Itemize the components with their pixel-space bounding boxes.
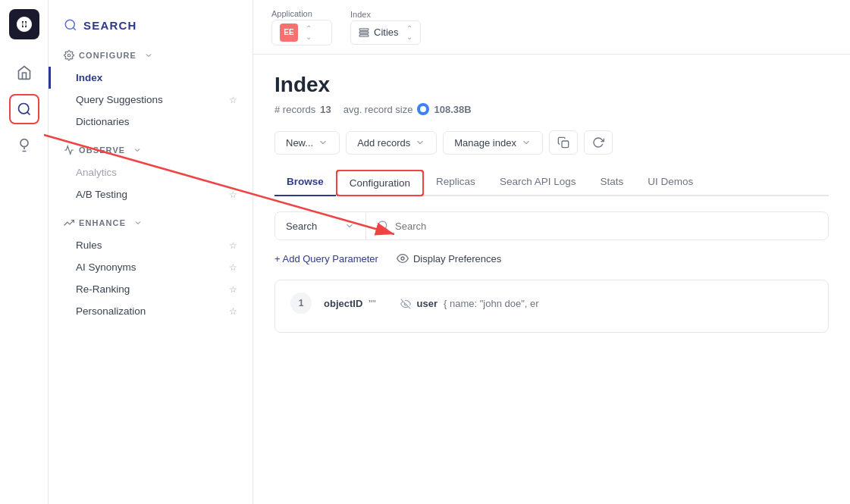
search-input[interactable] <box>395 221 817 232</box>
sidebar-item-dict-label: Dictionaries <box>76 116 130 127</box>
bulb-nav-item[interactable] <box>9 130 39 161</box>
gear-icon <box>64 50 74 61</box>
add-query-param-button[interactable]: + Add Query Parameter <box>274 253 378 265</box>
manage-index-label: Manage index <box>454 137 516 149</box>
star-icon[interactable]: ☆ <box>229 95 237 105</box>
observe-icon <box>64 145 74 155</box>
search-icon <box>377 220 389 232</box>
refresh-button[interactable] <box>584 130 613 155</box>
chevron-down-icon-observe <box>133 146 142 155</box>
field-object-id: objectID "" <box>324 298 376 309</box>
svg-point-12 <box>401 257 404 260</box>
page-title: Index <box>274 73 829 97</box>
app-chevron: ⌃⌄ <box>306 24 312 41</box>
observe-section: OBSERVE Analytics A/B Testing ☆ <box>49 139 252 205</box>
sidebar-item-rules[interactable]: Rules ☆ <box>49 234 252 256</box>
sidebar-item-analytics-label: Analytics <box>76 167 117 178</box>
search-nav-item[interactable] <box>9 94 39 124</box>
new-label: New... <box>286 137 313 149</box>
icon-rail <box>0 0 49 504</box>
tab-configuration[interactable]: Configuration <box>336 170 424 196</box>
index-label: Index <box>350 10 421 19</box>
add-records-label: Add records <box>357 137 410 149</box>
search-header-icon <box>64 18 77 32</box>
index-value: Cities <box>374 27 399 38</box>
svg-point-0 <box>22 22 27 27</box>
action-toolbar: New... Add records Manage index <box>274 130 829 155</box>
avg-label: avg. record size <box>343 104 413 115</box>
manage-index-button[interactable]: Manage index <box>443 131 543 155</box>
avg-value: 108.38B <box>434 104 471 115</box>
enhance-section-header[interactable]: ENHANCE <box>49 211 252 234</box>
copy-button[interactable] <box>549 130 578 155</box>
sidebar-item-index-label: Index <box>76 72 102 83</box>
tab-ui-demos[interactable]: UI Demos <box>635 170 705 196</box>
svg-rect-7 <box>359 31 369 33</box>
chevron-down-new <box>318 137 328 148</box>
field-user: user { name: "john doe", er <box>400 298 539 309</box>
home-nav-item[interactable] <box>9 58 39 88</box>
chevron-down-icon <box>144 51 153 60</box>
eye-off-icon <box>400 299 411 309</box>
star-icon-rules[interactable]: ☆ <box>229 240 237 251</box>
avg-meta: avg. record size 108.38B <box>343 103 472 115</box>
new-button[interactable]: New... <box>274 131 340 155</box>
sidebar-item-ab-testing[interactable]: A/B Testing ☆ <box>49 183 252 205</box>
add-records-button[interactable]: Add records <box>346 131 437 155</box>
sidebar-item-index[interactable]: Index <box>49 67 252 89</box>
enhance-label: ENHANCE <box>79 218 126 227</box>
tab-replicas[interactable]: Replicas <box>424 170 488 196</box>
checkmark-badge <box>417 103 429 115</box>
sidebar-item-ai-synonyms[interactable]: AI Synonyms ☆ <box>49 256 252 278</box>
svg-point-5 <box>67 54 71 57</box>
enhance-icon <box>64 218 74 228</box>
application-label: Application <box>271 9 332 18</box>
display-pref-label: Display Preferences <box>413 253 501 265</box>
records-meta: # records 13 <box>274 104 331 115</box>
sidebar-item-reranking[interactable]: Re-Ranking ☆ <box>49 278 252 300</box>
sidebar: SEARCH CONFIGURE Index Query Suggestions… <box>49 0 253 504</box>
badge-dot <box>420 106 426 112</box>
svg-point-1 <box>18 104 28 114</box>
sidebar-item-personalization[interactable]: Personalization ☆ <box>49 300 252 322</box>
enhance-section: ENHANCE Rules ☆ AI Synonyms ☆ Re-Ranking… <box>49 211 252 322</box>
tab-browse[interactable]: Browse <box>274 170 336 196</box>
svg-line-4 <box>73 27 75 30</box>
star-icon-ai-syn[interactable]: ☆ <box>229 262 237 273</box>
record-header: 1 objectID "" user { name: "john doe", e… <box>290 293 813 314</box>
ai-synonyms-label: AI Synonyms <box>76 261 136 273</box>
svg-line-11 <box>385 228 387 230</box>
observe-section-header[interactable]: OBSERVE <box>49 139 252 161</box>
application-select[interactable]: EE ⌃⌄ <box>271 20 332 45</box>
record-fields: objectID "" user { name: "john doe", er <box>324 298 539 309</box>
configure-section-header[interactable]: CONFIGURE <box>49 44 252 67</box>
topbar: Application EE ⌃⌄ Index Cities ⌃⌄ <box>253 0 850 55</box>
app-logo[interactable] <box>9 9 39 39</box>
configure-section: CONFIGURE Index Query Suggestions ☆ Dict… <box>49 44 252 133</box>
object-id-value: "" <box>369 298 375 309</box>
tab-stats[interactable]: Stats <box>588 170 635 196</box>
user-value: { name: "john doe", er <box>444 298 539 309</box>
sidebar-header: SEARCH <box>49 12 252 44</box>
tab-search-api-logs[interactable]: Search API Logs <box>488 170 588 196</box>
star-icon-personal[interactable]: ☆ <box>229 306 237 317</box>
sidebar-item-dictionaries[interactable]: Dictionaries <box>49 111 252 133</box>
sidebar-item-query-suggestions[interactable]: Query Suggestions ☆ <box>49 89 252 111</box>
index-icon <box>359 27 369 38</box>
svg-rect-6 <box>359 28 369 30</box>
search-type-select[interactable]: Search <box>275 213 366 239</box>
refresh-icon <box>592 136 604 149</box>
star-icon-rerank[interactable]: ☆ <box>229 284 237 295</box>
index-chevron: ⌃⌄ <box>406 24 412 41</box>
configure-label: CONFIGURE <box>79 51 136 60</box>
user-label: user <box>417 298 438 309</box>
query-bar: + Add Query Parameter Display Preference… <box>274 252 829 265</box>
sidebar-item-analytics: Analytics <box>49 161 252 183</box>
chevron-down-manage <box>521 137 532 148</box>
svg-line-2 <box>27 112 30 115</box>
display-preferences-button[interactable]: Display Preferences <box>397 252 501 265</box>
add-query-label: + Add Query Parameter <box>274 253 378 265</box>
star-icon-ab[interactable]: ☆ <box>229 189 237 200</box>
index-select[interactable]: Cities ⌃⌄ <box>350 20 421 45</box>
rules-label: Rules <box>76 239 102 251</box>
